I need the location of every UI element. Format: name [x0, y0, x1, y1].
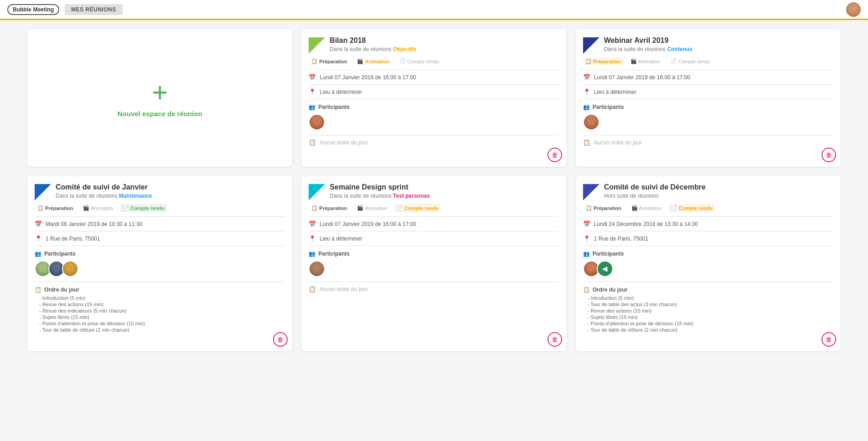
card-title-block: Comité de suivi de Décembre Hors suite d… — [604, 183, 833, 199]
prep-icon: 📋 — [37, 205, 44, 211]
cr-icon: 📄 — [671, 58, 677, 64]
tab-compte-rendu[interactable]: 📄 Compte rendu — [669, 204, 715, 212]
logo-meeting-text: Meeting — [33, 6, 54, 13]
mes-reunions-button[interactable]: MES RÉUNIONS — [65, 4, 123, 15]
delete-button[interactable]: 🗑 — [822, 148, 836, 162]
meeting-tabs: 📋 Préparation 🎬 Animation 📄 Compte rendu — [309, 57, 559, 65]
location-icon: 📍 — [309, 88, 316, 95]
tab-compte-rendu[interactable]: 📄 Compte rendu — [397, 57, 442, 65]
triangle-icon — [309, 37, 325, 54]
calendar-icon: 📅 — [309, 74, 316, 81]
prep-icon: 📋 — [585, 58, 592, 64]
participants-label: 👥 Participants — [35, 251, 285, 257]
suite-link[interactable]: Contenus — [667, 46, 692, 52]
agenda-icon: 📋 — [583, 139, 590, 146]
divider — [309, 246, 559, 246]
suite-link[interactable]: Maintenance — [119, 193, 152, 199]
agenda-section: 📋 Ordre du jour - Introduction (5 min) -… — [35, 287, 285, 333]
tab-preparation[interactable]: 📋 Préparation — [583, 57, 623, 65]
delete-button[interactable]: 🗑 — [548, 332, 562, 347]
tab-preparation[interactable]: 📋 Préparation — [583, 204, 624, 212]
divider — [35, 231, 285, 231]
participants-label: 👥 Participants — [583, 104, 833, 110]
suite-link[interactable]: Test personas — [393, 193, 429, 199]
location-icon: 📍 — [583, 235, 590, 242]
meeting-suite: Hors suite de réunions — [604, 193, 833, 199]
divider — [583, 246, 833, 246]
meeting-tabs: 📋 Préparation 🎬 Animation 📄 Compte rendu — [35, 204, 285, 212]
card-header: Semaine Design sprint Dans la suite de r… — [309, 183, 559, 200]
agenda-icon: 📋 — [583, 287, 590, 293]
tab-compte-rendu[interactable]: 📄 Compte rendu — [668, 57, 713, 65]
tab-animation[interactable]: 🎬 Animation — [354, 57, 392, 65]
agenda-item: - Points d'attention et prise de décisio… — [35, 320, 285, 327]
participants-icon: 👥 — [583, 104, 590, 110]
anim-icon: 🎬 — [631, 205, 638, 211]
meeting-location: Lieu à déterminer — [320, 236, 362, 242]
triangle-icon — [309, 184, 325, 200]
meeting-location: Lieu à déterminer — [594, 89, 636, 95]
avatar-image — [846, 2, 861, 17]
calendar-icon: 📅 — [583, 220, 590, 227]
tab-preparation[interactable]: 📋 Préparation — [309, 57, 350, 65]
divider — [583, 99, 833, 99]
agenda-label: 📋 Ordre du jour — [35, 287, 285, 293]
tab-compte-rendu[interactable]: 📄 Compte rendu — [394, 204, 441, 212]
tab-animation[interactable]: 🎬 Animation — [628, 57, 663, 65]
participants-avatars — [583, 114, 833, 130]
agenda-item: - Tour de table de clôture (2 min chacun… — [35, 327, 285, 333]
meeting-date: Lundi 07 Janvier 2019 de 16:00 à 17:00 — [594, 74, 691, 81]
suite-link[interactable]: Objectifs — [393, 46, 416, 52]
meeting-location: 1 Rue de Paris, 75001 — [46, 236, 100, 242]
date-row: 📅 Lundi 24 Décembre 2018 de 13:30 à 14:3… — [583, 220, 833, 227]
tab-animation[interactable]: 🎬 Animation — [80, 204, 116, 212]
participants-section: 👥 Participants — [309, 251, 559, 277]
meeting-card-webinar2019: Webinar Avril 2019 Dans la suite de réun… — [576, 29, 841, 167]
participants-avatars — [309, 261, 559, 277]
avatar[interactable] — [846, 2, 861, 17]
agenda-icon: 📋 — [35, 287, 41, 293]
participants-label: 👥 Participants — [583, 251, 833, 257]
meeting-location: 1 Rue de Paris, 75001 — [594, 236, 648, 242]
agenda-item: - Sujets libres (15 min) — [35, 314, 285, 320]
tab-compte-rendu[interactable]: 📄 Compte rendu — [120, 204, 167, 212]
card-title-block: Bilan 2018 Dans la suite de réunions Obj… — [330, 36, 559, 52]
meeting-title: Comité de suivi de Janvier — [56, 183, 285, 191]
meeting-title: Webinar Avril 2019 — [604, 36, 833, 45]
delete-button[interactable]: 🗑 — [548, 148, 562, 162]
card-title-block: Webinar Avril 2019 Dans la suite de réun… — [604, 36, 833, 52]
meeting-tabs: 📋 Préparation 🎬 Animation 📄 Compte rendu — [583, 57, 833, 65]
plus-icon: + — [152, 79, 168, 106]
divider — [309, 135, 559, 135]
calendar-icon: 📅 — [309, 220, 316, 227]
app-logo: Bubble Meeting — [7, 4, 59, 15]
tab-animation[interactable]: 🎬 Animation — [354, 204, 390, 212]
location-icon: 📍 — [583, 88, 590, 95]
logo-bubble-text: Bubble — [13, 6, 31, 13]
tab-preparation[interactable]: 📋 Préparation — [309, 204, 350, 212]
divider — [583, 135, 833, 135]
tab-animation[interactable]: 🎬 Animation — [629, 204, 664, 212]
participant-avatar — [309, 114, 325, 130]
divider — [35, 216, 285, 217]
participants-avatars: ◀ — [583, 261, 833, 277]
meeting-date: Lundi 07 Janvier 2019 de 16:00 à 17:00 — [320, 221, 416, 227]
location-icon: 📍 — [309, 235, 316, 242]
meeting-tabs: 📋 Préparation 🎬 Animation 📄 Compte rendu — [583, 204, 833, 212]
agenda-item: - Sujets libres (15 min) — [583, 314, 833, 320]
new-meeting-label: Nouvel espace de réunion — [118, 110, 202, 118]
agenda-item: - Tour de table des actus (3 min chacun) — [583, 301, 833, 308]
participant-avatar — [62, 261, 78, 277]
card-title-block: Semaine Design sprint Dans la suite de r… — [330, 183, 559, 199]
date-row: 📅 Lundi 07 Janvier 2019 de 16:00 à 17:00 — [309, 74, 559, 81]
new-meeting-card[interactable]: + Nouvel espace de réunion — [27, 29, 292, 167]
agenda-item: - Introduction (5 min) — [35, 295, 285, 301]
meeting-card-comite-decembre: Comité de suivi de Décembre Hors suite d… — [576, 176, 841, 351]
delete-button[interactable]: 🗑 — [822, 332, 836, 347]
cr-icon: 📄 — [671, 205, 677, 211]
participants-icon: 👥 — [583, 251, 590, 257]
location-row: 📍 Lieu à déterminer — [309, 235, 559, 242]
meeting-title: Comité de suivi de Décembre — [604, 183, 833, 191]
tab-preparation[interactable]: 📋 Préparation — [35, 204, 76, 212]
meeting-suite: Dans la suite de réunions Maintenance — [56, 193, 285, 199]
